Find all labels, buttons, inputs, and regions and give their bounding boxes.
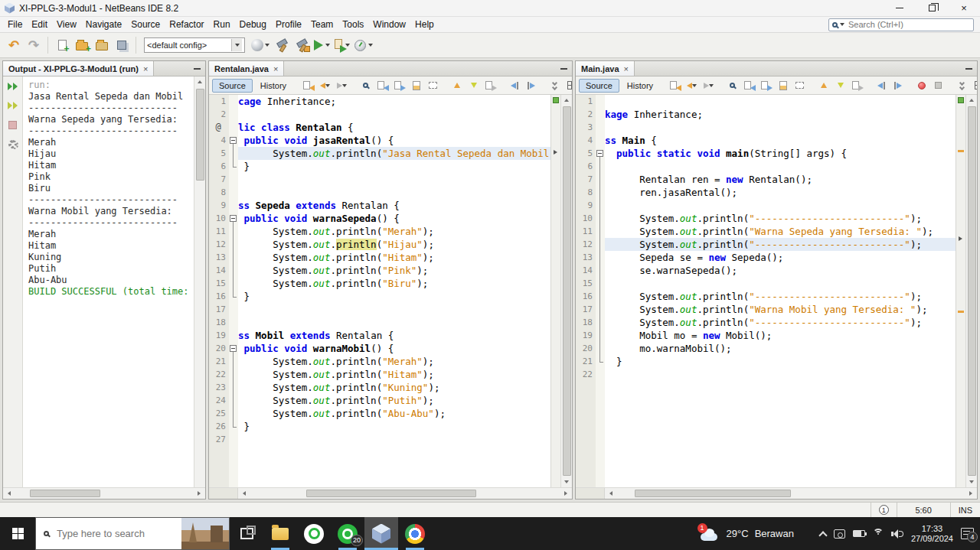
next-occurrence-button[interactable] (466, 79, 481, 93)
line-number[interactable]: 18 (209, 316, 229, 329)
line-number[interactable]: 4 (576, 134, 596, 147)
line-number[interactable]: 16 (209, 290, 229, 303)
output-settings-button[interactable] (5, 137, 21, 151)
line-number[interactable]: 13 (209, 251, 229, 264)
code-line[interactable]: 13 Sepeda se = new Sepeda(); (576, 251, 956, 264)
rectangular-selection-button[interactable] (426, 79, 440, 93)
menu-help[interactable]: Help (410, 18, 439, 31)
tray-expand-icon[interactable] (818, 531, 827, 539)
line-number[interactable]: 5 (209, 147, 229, 160)
line-number[interactable]: 20 (576, 342, 596, 355)
line-number[interactable]: 12 (209, 238, 229, 251)
line-number[interactable]: 21 (209, 355, 229, 368)
line-number[interactable]: 26 (209, 420, 229, 433)
line-number[interactable]: 6 (209, 160, 229, 173)
forward-button[interactable] (701, 79, 716, 93)
line-number[interactable]: 7 (209, 173, 229, 186)
line-number[interactable]: 15 (576, 277, 596, 290)
ide-search-box[interactable] (828, 18, 974, 31)
line-number[interactable]: 1 (576, 95, 596, 108)
line-number[interactable]: 23 (209, 381, 229, 394)
file-explorer-button[interactable] (263, 517, 297, 550)
menu-refactor[interactable]: Refactor (165, 18, 208, 31)
code-line[interactable]: 24 System.out.println("Putih"); (209, 394, 550, 407)
source-view-button[interactable]: Source (579, 79, 619, 93)
code-line[interactable]: 2kage Inheritance; (576, 108, 956, 121)
code-line[interactable]: 18 System.out.println("-----------------… (576, 316, 956, 329)
code-line[interactable]: 22 System.out.println("Hitam"); (209, 368, 550, 381)
whatsapp-desktop-button[interactable]: 20 (331, 517, 364, 550)
code-area[interactable]: 1cage Inheritance;2@lic class Rentalan {… (209, 95, 550, 487)
line-number[interactable]: 11 (209, 225, 229, 238)
annotation-glyph[interactable]: @ (209, 121, 229, 134)
line-number[interactable]: 9 (209, 199, 229, 212)
line-number[interactable]: 4 (209, 134, 229, 147)
toggle-highlight-button[interactable] (409, 79, 423, 93)
menu-navigate[interactable]: Navigate (81, 18, 126, 31)
code-line[interactable]: 14 se.warnaSepeda(); (576, 264, 956, 277)
line-number[interactable]: 21 (576, 355, 596, 368)
weather-icon[interactable]: 1 (699, 527, 719, 541)
line-number[interactable]: 3 (576, 121, 596, 134)
code-line[interactable]: 10 public void warnaSepeda() { (209, 212, 550, 225)
fold-gutter[interactable] (229, 134, 238, 147)
forward-button[interactable] (335, 79, 349, 93)
code-line[interactable]: 16 } (209, 290, 550, 303)
code-line[interactable]: 17 System.out.println("Warna Mobil yang … (576, 303, 956, 316)
code-line[interactable]: 2 (209, 108, 550, 121)
code-line[interactable]: 9ss Sepeda extends Rentalan { (209, 199, 550, 212)
menu-run[interactable]: Run (209, 18, 235, 31)
run-project-button[interactable] (312, 35, 332, 55)
ide-search-input[interactable] (847, 19, 970, 30)
code-line[interactable]: 19ss Mobil extends Rentalan { (209, 329, 550, 342)
shift-left-button[interactable] (874, 79, 888, 93)
find-previous-button[interactable] (742, 79, 756, 93)
find-selection-button[interactable] (725, 79, 740, 93)
line-number[interactable]: 11 (576, 225, 596, 238)
line-number[interactable]: 17 (576, 303, 596, 316)
fold-gutter[interactable] (229, 342, 238, 355)
code-line[interactable]: 16 System.out.println("-----------------… (576, 290, 956, 303)
line-number[interactable]: 6 (576, 160, 596, 173)
line-number[interactable]: 14 (576, 264, 596, 277)
minimize-editor-button[interactable] (960, 61, 977, 76)
code-line[interactable]: @lic class Rentalan { (209, 121, 550, 134)
rerun-with-args-button[interactable] (5, 99, 21, 112)
code-line[interactable]: 9 (576, 199, 956, 212)
whatsapp-button[interactable] (297, 517, 331, 550)
menu-source[interactable]: Source (126, 18, 165, 31)
fold-gutter[interactable] (229, 212, 238, 225)
code-line[interactable]: 27 (209, 433, 550, 446)
find-previous-button[interactable] (375, 79, 390, 93)
code-line[interactable]: 17 (209, 303, 550, 316)
code-line[interactable]: 5 public static void main(String[] args)… (576, 147, 956, 160)
menu-view[interactable]: View (52, 18, 81, 31)
profile-project-button[interactable] (353, 35, 374, 55)
code-line[interactable]: 10 System.out.println("-----------------… (576, 212, 956, 225)
find-next-button[interactable] (392, 79, 407, 93)
toggle-highlight-button[interactable] (776, 79, 790, 93)
more-actions-button[interactable] (955, 79, 969, 93)
previous-occurrence-button[interactable] (449, 79, 464, 93)
code-line[interactable]: 7 (209, 173, 550, 186)
close-tab-icon[interactable]: × (273, 64, 278, 73)
line-number[interactable]: 7 (576, 173, 596, 186)
line-number[interactable]: 2 (576, 108, 596, 121)
line-number[interactable]: 24 (209, 394, 229, 407)
tab-main-java[interactable]: Main.java × (576, 61, 635, 76)
menu-window[interactable]: Window (368, 18, 410, 31)
error-stripe[interactable] (550, 95, 560, 487)
split-window-button[interactable] (972, 79, 977, 93)
wifi-icon[interactable] (873, 529, 884, 539)
line-number[interactable]: 19 (576, 329, 596, 342)
editor-vertical-scrollbar[interactable] (965, 95, 977, 487)
code-line[interactable]: 3 (576, 121, 956, 134)
line-number[interactable]: 12 (576, 238, 596, 251)
fold-collapse-icon[interactable] (230, 345, 237, 352)
action-center-icon[interactable]: 4 (961, 528, 974, 539)
code-line[interactable]: 18 (209, 316, 550, 329)
volume-icon[interactable] (891, 529, 903, 539)
editor-vertical-scrollbar[interactable] (560, 95, 572, 487)
search-highlight-image[interactable] (181, 518, 229, 549)
menu-profile[interactable]: Profile (271, 18, 306, 31)
